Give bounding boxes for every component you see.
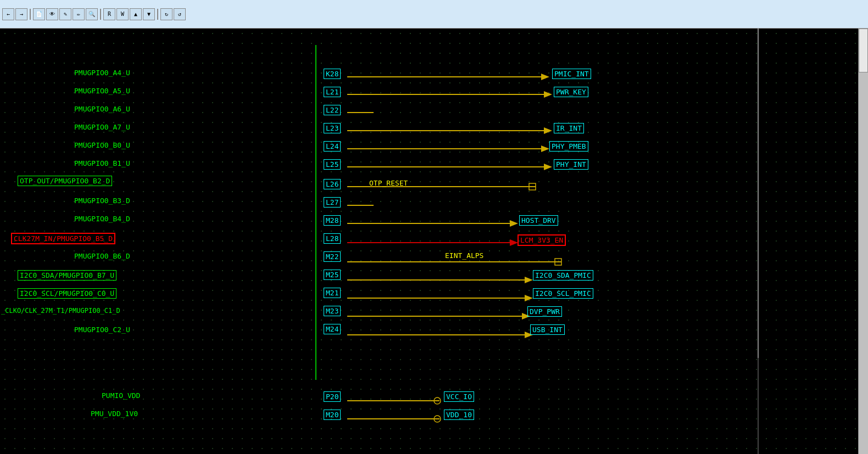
toolbar-btn-4[interactable]: 👁 bbox=[46, 8, 58, 20]
svg-marker-24 bbox=[525, 295, 533, 301]
label-pmu-vdd: PMU_VDD_1V0 bbox=[91, 410, 138, 418]
pin-m25: M25 bbox=[324, 270, 341, 280]
signal-i2c0-scl-pmic: I2C0_SCL_PMIC bbox=[533, 288, 593, 299]
svg-marker-4 bbox=[544, 91, 552, 98]
pin-k28: K28 bbox=[324, 69, 341, 79]
scrollbar[interactable] bbox=[858, 29, 868, 454]
toolbar-btn-1[interactable]: ← bbox=[2, 8, 14, 20]
pin-l27: L27 bbox=[324, 197, 341, 208]
label-pmugpio0-b4: PMUGPIO0_B4_D bbox=[74, 215, 130, 223]
pin-l28: L28 bbox=[324, 233, 341, 244]
signal-lcm-3v3-en: LCM_3V3_EN bbox=[518, 234, 566, 246]
svg-marker-18 bbox=[510, 239, 518, 246]
toolbar-btn-7[interactable]: 🔍 bbox=[86, 8, 98, 20]
label-otp-reset: OTP_RESET bbox=[369, 179, 408, 187]
schematic-svg bbox=[0, 29, 868, 454]
toolbar-btn-10[interactable]: ▲ bbox=[130, 8, 142, 20]
label-otp-out: OTP_OUT/PMUGPIO0_B2_D bbox=[18, 176, 112, 186]
pin-m24: M24 bbox=[324, 324, 341, 334]
signal-vdd-10: VDD_10 bbox=[444, 410, 474, 420]
label-pmugpio0-b1: PMUGPIO0_B1_U bbox=[74, 159, 130, 167]
label-pumio-vdd: PUMIO_VDD bbox=[102, 391, 140, 400]
signal-usb-int: USB_INT bbox=[530, 324, 565, 335]
label-pmugpio0-a6: PMUGPIO0_A6_U bbox=[74, 105, 130, 113]
svg-marker-11 bbox=[544, 164, 552, 170]
label-pmugpio0-a4: PMUGPIO0_A4_U bbox=[74, 69, 130, 77]
pin-l25: L25 bbox=[324, 159, 341, 170]
toolbar: ← → 📄 👁 ✎ ✏ 🔍 R W ▲ ▼ ↻ ↺ bbox=[0, 0, 868, 29]
signal-pwr-key: PWR_KEY bbox=[554, 87, 588, 97]
signal-vcc-io: VCC_IO bbox=[444, 391, 474, 402]
label-pmugpio0-c2: PMUGPIO0_C2_U bbox=[74, 326, 130, 334]
toolbar-sep-1 bbox=[30, 9, 31, 20]
label-pmugpio0-b3: PMUGPIO0_B3_D bbox=[74, 197, 130, 205]
signal-host-drv: HOST_DRV bbox=[519, 215, 558, 226]
signal-phy-int: PHY_INT bbox=[554, 159, 588, 170]
toolbar-sep-2 bbox=[100, 9, 101, 20]
pin-l26: L26 bbox=[324, 179, 341, 189]
svg-marker-16 bbox=[510, 220, 518, 227]
toolbar-btn-3[interactable]: 📄 bbox=[33, 8, 45, 20]
schematic-canvas[interactable]: PMUGPIO0_A4_U PMUGPIO0_A5_U PMUGPIO0_A6_… bbox=[0, 29, 868, 454]
toolbar-btn-13[interactable]: ↺ bbox=[174, 8, 186, 20]
pin-l24: L24 bbox=[324, 141, 341, 152]
signal-ir-int: IR_INT bbox=[554, 123, 584, 133]
label-pmugpio0-a5: PMUGPIO0_A5_U bbox=[74, 87, 130, 95]
pin-m22: M22 bbox=[324, 251, 341, 262]
label-pmugpio0-b6: PMUGPIO0_B6_D bbox=[74, 252, 130, 260]
pin-m20: M20 bbox=[324, 410, 341, 420]
pin-m23: M23 bbox=[324, 306, 341, 316]
label-eint-alps: EINT_ALPS bbox=[445, 251, 483, 260]
toolbar-btn-9[interactable]: W bbox=[116, 8, 129, 20]
toolbar-btn-12[interactable]: ↻ bbox=[160, 8, 173, 20]
pin-m28: M28 bbox=[324, 215, 341, 226]
pin-l23: L23 bbox=[324, 123, 341, 133]
label-i2c0-sda: I2C0_SDA/PMUGPIO0_B7_U bbox=[18, 270, 116, 281]
label-pmugpio0-a7: PMUGPIO0_A7_U bbox=[74, 123, 130, 131]
svg-marker-7 bbox=[544, 127, 552, 134]
scrollbar-thumb[interactable] bbox=[859, 29, 868, 72]
pin-l22: L22 bbox=[324, 105, 341, 115]
pin-p20: P20 bbox=[324, 391, 341, 402]
signal-i2c0-sda-pmic: I2C0_SDA_PMIC bbox=[533, 270, 593, 281]
label-clko: _CLKO/CLK_27M_T1/PMUGPIO0_C1_D bbox=[1, 307, 120, 315]
label-clk27m: CLK27M_IN/PMUGPIO0_B5_D bbox=[11, 233, 115, 244]
signal-pmic-int: PMIC_INT bbox=[552, 69, 591, 79]
toolbar-sep-3 bbox=[157, 9, 158, 20]
signal-dvp-pwr: DVP_PWR bbox=[527, 306, 562, 317]
label-i2c0-scl: I2C0_SCL/PMUGPIO0_C0_U bbox=[18, 288, 116, 299]
toolbar-btn-5[interactable]: ✎ bbox=[59, 8, 71, 20]
toolbar-btn-8[interactable]: R bbox=[103, 8, 115, 20]
toolbar-btn-11[interactable]: ▼ bbox=[143, 8, 155, 20]
signal-phy-pmeb: PHY_PMEB bbox=[549, 141, 588, 152]
pin-l21: L21 bbox=[324, 87, 341, 97]
svg-marker-22 bbox=[525, 277, 533, 283]
pin-m21: M21 bbox=[324, 288, 341, 298]
toolbar-btn-6[interactable]: ✏ bbox=[73, 8, 85, 20]
label-pmugpio0-b0: PMUGPIO0_B0_U bbox=[74, 141, 130, 149]
svg-marker-9 bbox=[541, 145, 549, 152]
svg-marker-2 bbox=[541, 74, 549, 80]
toolbar-btn-2[interactable]: → bbox=[15, 8, 27, 20]
